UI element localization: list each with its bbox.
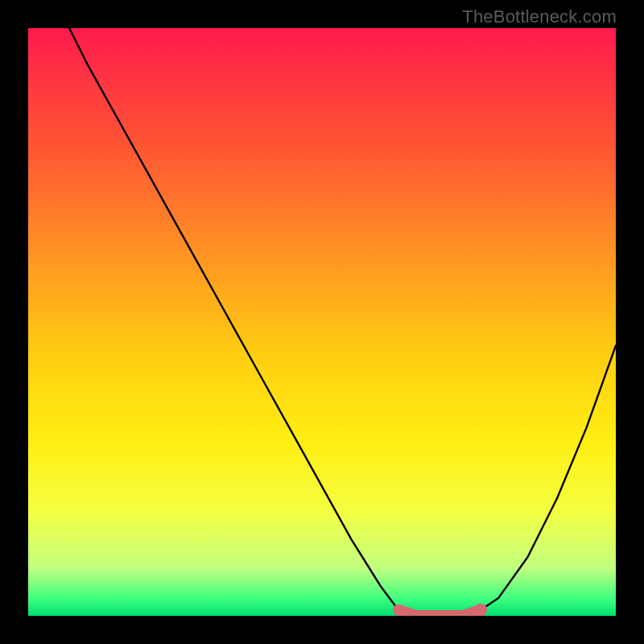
optimal-band-line [398, 610, 481, 616]
optimal-band-end-dot [474, 604, 487, 616]
chart-svg [28, 28, 616, 616]
attribution-text: TheBottleneck.com [462, 6, 617, 27]
bottleneck-curve-line [69, 28, 616, 616]
chart-container: TheBottleneck.com [0, 0, 644, 644]
plot-area [28, 28, 616, 616]
